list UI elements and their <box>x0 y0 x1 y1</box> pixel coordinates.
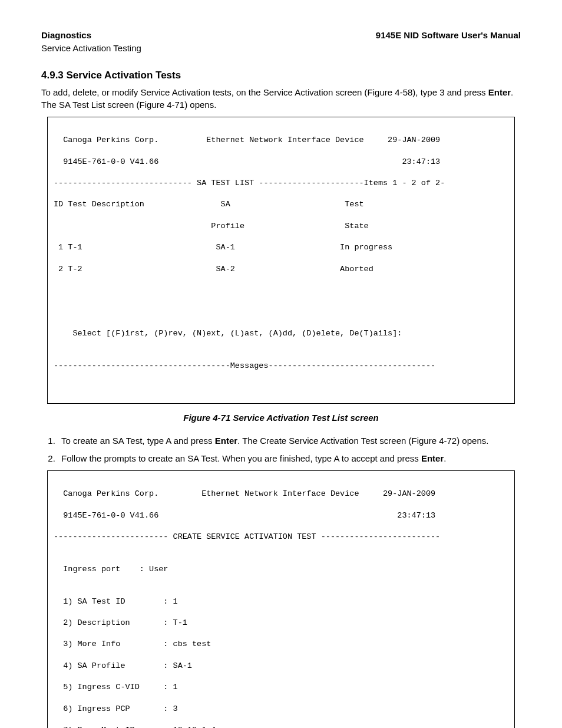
steps-list-1: To create an SA Test, type A and press E… <box>58 435 521 465</box>
step-2: Follow the prompts to create an SA Test.… <box>58 453 521 465</box>
step2-a: Follow the prompts to create an SA Test.… <box>61 453 421 463</box>
page-header: Diagnostics 9145E NID Software User's Ma… <box>41 29 521 41</box>
intro-text-a: To add, delete, or modify Service Activa… <box>41 87 488 97</box>
t2-l13: 7) Peer Mgmt IP : 10.10.1.4 <box>48 725 514 728</box>
t2-l3: ------------------------ CREATE SERVICE … <box>48 532 514 542</box>
step-1: To create an SA Test, type A and press E… <box>58 435 521 447</box>
t2-l10: 4) SA Profile : SA-1 <box>48 661 514 671</box>
t2-l1: Canoga Perkins Corp. Ethernet Network In… <box>48 489 514 499</box>
t1-l4: ID Test Description SA Test <box>48 199 514 210</box>
t1-l6: 1 T-1 SA-1 In progress <box>48 242 514 253</box>
t1-l14: -------------------------------------Mes… <box>48 361 514 371</box>
header-sub: Service Activation Testing <box>41 42 521 54</box>
step1-c: . The Create Service Activation Test scr… <box>237 436 488 446</box>
step1-a: To create an SA Test, type A and press <box>61 436 215 446</box>
header-left: Diagnostics <box>41 29 91 41</box>
t2-l7: 1) SA Test ID : 1 <box>48 597 514 607</box>
intro-enter: Enter <box>488 87 511 97</box>
step2-enter: Enter <box>421 453 444 463</box>
t2-l5: Ingress port : User <box>48 564 514 575</box>
step1-enter: Enter <box>215 436 237 446</box>
t2-l2: 9145E-761-0-0 V41.66 23:47:13 <box>48 510 514 521</box>
t1-l12: Select [(F)irst, (P)rev, (N)ext, (L)ast,… <box>48 328 514 339</box>
intro-paragraph: To add, delete, or modify Service Activa… <box>41 87 521 111</box>
t1-l5: Profile State <box>48 221 514 232</box>
t2-l11: 5) Ingress C-VID : 1 <box>48 682 514 693</box>
t2-l12: 6) Ingress PCP : 3 <box>48 704 514 714</box>
t2-l8: 2) Description : T-1 <box>48 618 514 628</box>
terminal-fig-4-72: Canoga Perkins Corp. Ethernet Network In… <box>47 470 515 728</box>
figure-4-71-caption: Figure 4-71 Service Activation Test List… <box>41 412 521 424</box>
t2-l9: 3) More Info : cbs test <box>48 639 514 650</box>
terminal-fig-4-71: Canoga Perkins Corp. Ethernet Network In… <box>47 117 515 404</box>
header-right: 9145E NID Software User's Manual <box>376 29 521 41</box>
section-heading: 4.9.3 Service Activation Tests <box>41 69 521 83</box>
t1-l7: 2 T-2 SA-2 Aborted <box>48 264 514 275</box>
step2-c: . <box>444 453 446 463</box>
t1-l1: Canoga Perkins Corp. Ethernet Network In… <box>48 135 514 146</box>
t1-l3: ----------------------------- SA TEST LI… <box>48 178 514 189</box>
t1-l2: 9145E-761-0-0 V41.66 23:47:13 <box>48 157 514 167</box>
